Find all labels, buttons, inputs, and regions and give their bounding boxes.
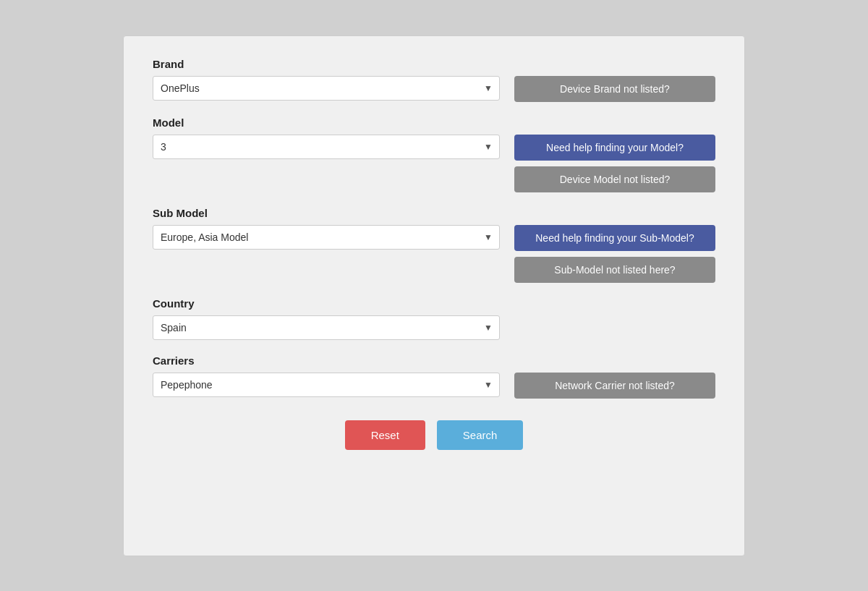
country-label: Country (153, 297, 715, 310)
reset-button[interactable]: Reset (345, 420, 425, 450)
carriers-row: Pepephone Movistar Orange Vodafone Yoigo… (153, 373, 715, 399)
country-row: Spain France Germany Italy UK USA ▼ (153, 315, 715, 340)
footer-buttons: Reset Search (153, 420, 715, 450)
sub-model-row: Europe, Asia Model North America Model C… (153, 225, 715, 283)
country-select[interactable]: Spain France Germany Italy UK USA (153, 315, 500, 340)
carriers-section: Carriers Pepephone Movistar Orange Vodaf… (153, 354, 715, 399)
search-button[interactable]: Search (437, 420, 524, 450)
model-help-button[interactable]: Need help finding your Model? (514, 135, 715, 161)
model-not-listed-button[interactable]: Device Model not listed? (514, 166, 715, 192)
sub-model-label: Sub Model (153, 207, 715, 219)
brand-select[interactable]: OnePlus Samsung Apple Huawei Sony (153, 76, 500, 101)
brand-select-wrapper: OnePlus Samsung Apple Huawei Sony ▼ (153, 76, 500, 101)
sub-model-not-listed-button[interactable]: Sub-Model not listed here? (514, 257, 715, 283)
model-btn-group: Need help finding your Model? Device Mod… (514, 135, 715, 192)
sub-model-select-wrapper: Europe, Asia Model North America Model C… (153, 225, 500, 250)
sub-model-select[interactable]: Europe, Asia Model North America Model C… (153, 225, 500, 250)
model-label: Model (153, 116, 715, 129)
sub-model-help-button[interactable]: Need help finding your Sub-Model? (514, 225, 715, 251)
model-row: 3 3T 5 5T 6 6T ▼ Need help finding your … (153, 135, 715, 192)
carriers-btn-group: Network Carrier not listed? (514, 373, 715, 399)
brand-not-listed-button[interactable]: Device Brand not listed? (514, 76, 715, 102)
main-card: Brand OnePlus Samsung Apple Huawei Sony … (123, 35, 745, 556)
carrier-not-listed-button[interactable]: Network Carrier not listed? (514, 373, 715, 399)
model-section: Model 3 3T 5 5T 6 6T ▼ Need help finding… (153, 116, 715, 192)
sub-model-btn-group: Need help finding your Sub-Model? Sub-Mo… (514, 225, 715, 283)
sub-model-section: Sub Model Europe, Asia Model North Ameri… (153, 207, 715, 283)
carriers-label: Carriers (153, 354, 715, 367)
carriers-select-wrapper: Pepephone Movistar Orange Vodafone Yoigo… (153, 373, 500, 397)
brand-btn-group: Device Brand not listed? (514, 76, 715, 102)
carriers-select[interactable]: Pepephone Movistar Orange Vodafone Yoigo (153, 373, 500, 397)
country-select-wrapper: Spain France Germany Italy UK USA ▼ (153, 315, 500, 340)
brand-section: Brand OnePlus Samsung Apple Huawei Sony … (153, 58, 715, 102)
model-select-wrapper: 3 3T 5 5T 6 6T ▼ (153, 135, 500, 159)
brand-label: Brand (153, 58, 715, 70)
model-select[interactable]: 3 3T 5 5T 6 6T (153, 135, 500, 159)
brand-row: OnePlus Samsung Apple Huawei Sony ▼ Devi… (153, 76, 715, 102)
country-section: Country Spain France Germany Italy UK US… (153, 297, 715, 340)
